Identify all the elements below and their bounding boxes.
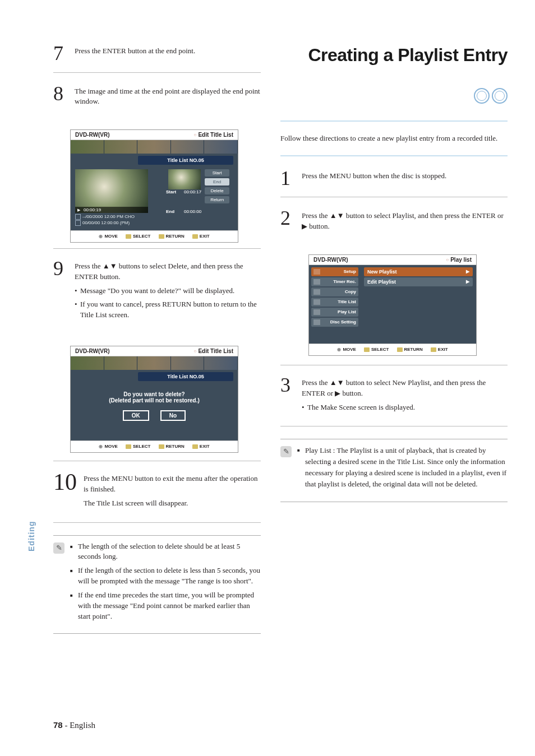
meta-lines: --/00/2000 12:00 PM CHO 00/00/00 12:00:0… <box>75 214 162 226</box>
menu-select: SELECT <box>126 444 151 449</box>
intro-text: Follow these directions to create a new … <box>280 133 508 156</box>
ss-menubar: MOVE SELECT RETURN EXIT <box>71 230 238 242</box>
row-new-playlist[interactable]: New Playlist▶ <box>364 267 473 276</box>
step-number: 3 <box>280 377 295 416</box>
section-title-box: Creating a Playlist Entry <box>280 45 508 122</box>
btn-ok[interactable]: OK <box>123 410 149 421</box>
note-list: The length of the selection to delete sh… <box>70 541 261 625</box>
step-2: 2 Press the ▲▼ button to select Playlist… <box>280 210 508 242</box>
manual-page: 7 Press the ENTER button at the end poin… <box>0 0 535 756</box>
step-text: Press the ▲▼ button to select Playlist, … <box>302 210 508 232</box>
sidebar-item-play-list[interactable]: Play List <box>311 308 358 317</box>
end-label: End <box>166 209 182 214</box>
menu-exit: EXIT <box>192 234 210 239</box>
thumb-strip <box>71 140 238 154</box>
menu-move: MOVE <box>99 234 118 239</box>
menu-select: SELECT <box>126 234 151 239</box>
note-icon: ✎ <box>53 542 64 554</box>
menu-move: MOVE <box>99 444 118 449</box>
mini-thumb <box>168 169 201 189</box>
sidebar-item-copy[interactable]: Copy <box>311 287 358 296</box>
btn-delete[interactable]: Delete <box>205 187 229 194</box>
menu-return: RETURN <box>159 234 185 239</box>
step-text: The Title List screen will disappear. <box>84 498 261 509</box>
end-value: 00:00:00 <box>184 209 201 214</box>
step-number: 7 <box>53 45 68 62</box>
screenshot-playlist-menu: DVD-RW(VR) Play list Setup Timer Rec. Co… <box>308 254 477 356</box>
btn-return[interactable]: Return <box>205 196 229 203</box>
step-text: Press the MENU button to exit the menu a… <box>84 474 261 495</box>
sidebar-item-setup[interactable]: Setup <box>311 267 358 276</box>
left-column: 7 Press the ENTER button at the end poin… <box>53 45 261 634</box>
ss-body: Title List NO.05 Do you want to delete? … <box>71 356 238 440</box>
step-number: 9 <box>53 260 68 323</box>
dialog-line1: Do you want to delete? <box>71 391 238 397</box>
dialog-line2: (Deleted part will not be restored.) <box>71 397 238 403</box>
playhead-time: 00:00:19 <box>75 207 148 213</box>
menu-select: SELECT <box>364 347 389 352</box>
ss-menubar: MOVE SELECT RETURN EXIT <box>309 344 476 355</box>
title-badge: Title List NO.05 <box>138 372 233 381</box>
disc-badge-icon <box>474 88 490 104</box>
sidebar-item-disc-setting[interactable]: Disc Setting <box>311 318 358 327</box>
ss-menubar: MOVE SELECT RETURN EXIT <box>71 440 238 452</box>
step-body: Press the MENU button to exit the menu a… <box>84 472 261 512</box>
btn-no[interactable]: No <box>160 410 186 421</box>
step-8: 8 The image and time at the end point ar… <box>53 85 261 118</box>
bullet: Message "Do you want to delete?" will be… <box>75 286 261 296</box>
step-text: Press the MENU button when the disc is s… <box>302 170 508 187</box>
sidebar-item-title-list[interactable]: Title List <box>311 298 358 307</box>
step-7: 7 Press the ENTER button at the end poin… <box>53 45 261 73</box>
step-text: Press the ENTER button at the end point. <box>75 45 261 62</box>
note-item: The length of the selection to delete sh… <box>70 541 261 563</box>
main-pane: New Playlist▶ Edit Playlist▶ <box>361 265 476 344</box>
screenshot-delete-confirm: DVD-RW(VR) Edit Title List Title List NO… <box>70 346 238 453</box>
step-number: 2 <box>280 210 295 232</box>
note-icon: ✎ <box>280 446 292 457</box>
step-9: 9 Press the ▲▼ buttons to select Delete,… <box>53 260 261 333</box>
ss-title-right: Edit Title List <box>194 132 233 138</box>
ss-title-left: DVD-RW(VR) <box>75 348 109 354</box>
start-value: 00:00:17 <box>184 189 201 194</box>
btn-start[interactable]: Start <box>205 169 229 177</box>
btn-end[interactable]: End <box>205 178 229 185</box>
step-text: The image and time at the end point are … <box>75 85 261 108</box>
step-text: Press the ▲▼ button to select New Playli… <box>302 378 508 399</box>
side-tab-label: Editing <box>27 521 36 551</box>
disc-badges <box>280 88 508 104</box>
confirm-dialog: Do you want to delete? (Deleted part wil… <box>71 383 238 426</box>
ss-body: Setup Timer Rec. Copy Title List Play Li… <box>309 265 476 344</box>
sidebar: Setup Timer Rec. Copy Title List Play Li… <box>309 265 361 344</box>
note-box: ✎ Play List : The Playlist is a unit of … <box>280 439 508 502</box>
disc-badge-icon <box>492 88 508 104</box>
note-item: Play List : The Playlist is a unit of pl… <box>297 445 508 490</box>
step-number: 1 <box>280 170 295 187</box>
screenshot-edit-title-list: DVD-RW(VR) Edit Title List Title List NO… <box>70 129 238 243</box>
step-text: Press the ▲▼ buttons to select Delete, a… <box>75 261 261 282</box>
note-item: If the end time precedes the start time,… <box>70 590 261 622</box>
sidebar-item-timer[interactable]: Timer Rec. <box>311 277 358 286</box>
row-edit-playlist[interactable]: Edit Playlist▶ <box>364 277 473 286</box>
ss-title-right: Play list <box>446 257 472 263</box>
menu-return: RETURN <box>397 347 423 352</box>
ss-titlebar: DVD-RW(VR) Edit Title List <box>71 130 238 140</box>
preview-thumb: 00:00:19 <box>75 169 148 213</box>
bullet: If you want to cancel, press RETURN butt… <box>75 299 261 319</box>
menu-return: RETURN <box>159 444 185 449</box>
page-number: 78 <box>53 720 63 730</box>
note-box: ✎ The length of the selection to delete … <box>53 535 261 634</box>
note-item: If the length of the section to delete i… <box>70 565 261 587</box>
menu-exit: EXIT <box>192 444 210 449</box>
menu-move: MOVE <box>337 347 356 352</box>
step-3: 3 Press the ▲▼ button to select New Play… <box>280 377 508 426</box>
page-footer: 78 - English <box>53 720 95 730</box>
step-10: 10 Press the MENU button to exit the men… <box>53 472 261 523</box>
step-body: Press the ▲▼ button to select New Playli… <box>302 377 508 416</box>
ss-body: Title List NO.05 00:00:19 --/00/2000 12:… <box>71 140 238 230</box>
title-badge: Title List NO.05 <box>138 156 233 165</box>
ss-title-left: DVD-RW(VR) <box>313 257 348 263</box>
ss-title-right: Edit Title List <box>194 348 233 354</box>
thumb-strip <box>71 356 238 370</box>
start-label: Start <box>166 189 182 194</box>
ss-title-left: DVD-RW(VR) <box>75 132 109 138</box>
